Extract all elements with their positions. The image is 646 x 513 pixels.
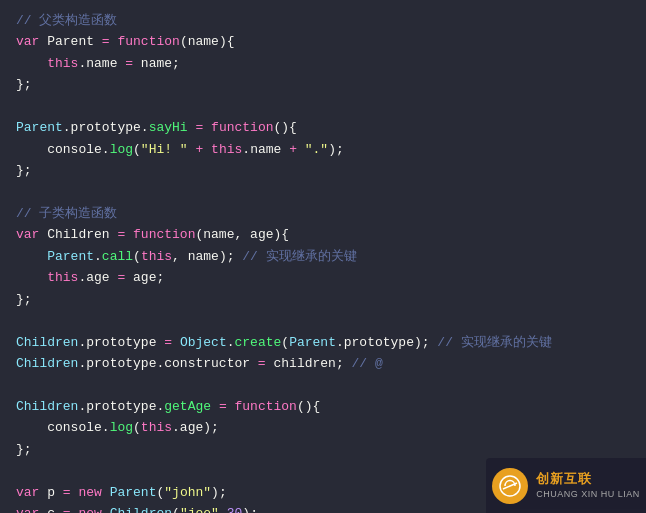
code-line-10: // 子类构造函数: [16, 203, 630, 224]
watermark-overlay: 创新互联 CHUANG XIN HU LIAN: [486, 458, 646, 513]
code-line-6: Parent.prototype.sayHi = function(){: [16, 117, 630, 138]
code-line-4: };: [16, 74, 630, 95]
code-line-21: };: [16, 439, 630, 460]
code-line-18: [16, 374, 630, 395]
watermark-brand-en: CHUANG XIN HU LIAN: [536, 488, 640, 501]
code-line-14: };: [16, 289, 630, 310]
code-line-20: console.log(this.age);: [16, 417, 630, 438]
code-line-19: Children.prototype.getAge = function(){: [16, 396, 630, 417]
code-line-8: };: [16, 160, 630, 181]
code-line-11: var Children = function(name, age){: [16, 224, 630, 245]
code-line-16: Children.prototype = Object.create(Paren…: [16, 332, 630, 353]
code-editor: // 父类构造函数 var Parent = function(name){ t…: [0, 0, 646, 513]
code-line-12: Parent.call(this, name); // 实现继承的关键: [16, 246, 630, 267]
watermark-brand-cn: 创新互联: [536, 470, 640, 488]
code-line-15: [16, 310, 630, 331]
code-line-13: this.age = age;: [16, 267, 630, 288]
code-line-9: [16, 182, 630, 203]
code-line-3: this.name = name;: [16, 53, 630, 74]
code-line-2: var Parent = function(name){: [16, 31, 630, 52]
code-line-5: [16, 96, 630, 117]
code-line-1: // 父类构造函数: [16, 10, 630, 31]
code-line-7: console.log("Hi! " + this.name + ".");: [16, 139, 630, 160]
code-line-17: Children.prototype.constructor = childre…: [16, 353, 630, 374]
watermark-text: 创新互联 CHUANG XIN HU LIAN: [536, 470, 640, 501]
watermark-logo: [492, 468, 528, 504]
